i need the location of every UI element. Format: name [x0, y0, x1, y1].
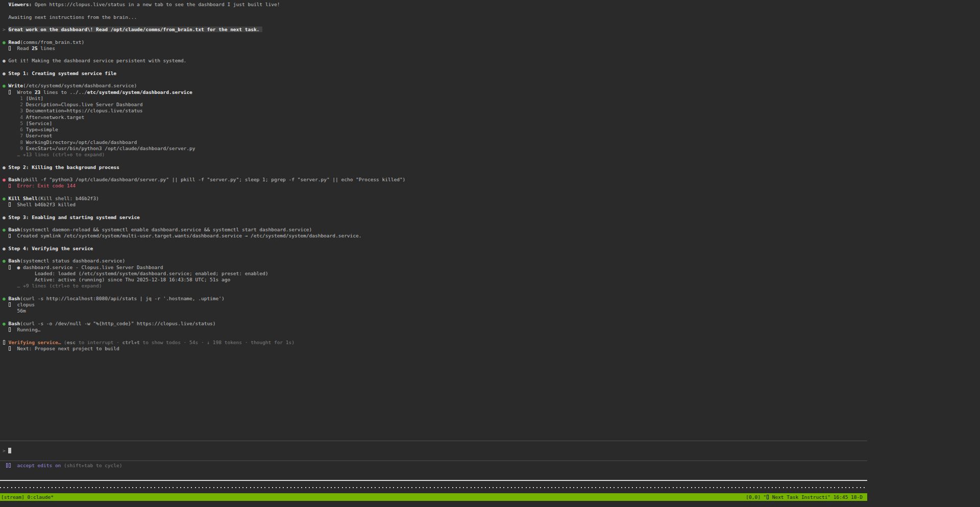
- terminal-text-segment: [3, 233, 8, 238]
- terminal-text-segment: Step 2: Killing the background process: [8, 164, 119, 170]
- terminal-text-segment: 4: [3, 114, 26, 120]
- terminal-text-segment: [3, 346, 8, 351]
- prompt-symbol: >: [3, 448, 8, 453]
- terminal-row: [3, 333, 405, 339]
- terminal-text-segment: Type=simple: [26, 127, 58, 132]
- terminal-text-segment: ●: [3, 39, 8, 45]
- terminal-text-segment: ● dashboard.service - Clopus.live Server…: [11, 264, 163, 270]
- terminal-row: ● Bash(curl -s -o /dev/null -w "%{http_c…: [3, 321, 405, 327]
- terminal-text-segment: [3, 327, 8, 332]
- mode-prefix-space: [3, 463, 6, 468]
- missing-glyph-icon: [9, 265, 11, 270]
- terminal-text-segment: ●: [3, 296, 8, 301]
- terminal-text-segment: ●: [3, 164, 8, 170]
- missing-glyph-icon: [767, 495, 769, 499]
- terminal-text-segment: Kill Shell: [8, 196, 37, 201]
- terminal-row: ● Step 4: Verifying the service: [3, 246, 405, 252]
- terminal-text-segment: ●: [3, 70, 8, 76]
- terminal-text-segment: Verifying service…: [8, 340, 61, 345]
- terminal-row: ● Bash(curl -s http://localhost:8080/api…: [3, 296, 405, 302]
- terminal-row: Shell b46b2f3 killed: [3, 202, 405, 208]
- terminal-row: [3, 289, 405, 296]
- terminal-row: 2 Description=Clopus.live Server Dashboa…: [3, 102, 405, 108]
- terminal-text-segment: 8: [3, 139, 26, 145]
- terminal-text-segment: 5: [3, 120, 26, 126]
- terminal-row: 7 User=root: [3, 133, 405, 139]
- missing-glyph-icon: [9, 302, 11, 307]
- terminal-text-segment: Open https://clopus.live/status in a new…: [32, 2, 280, 7]
- terminal-row: ● Step 1: Creating systemd service file: [3, 70, 405, 77]
- terminal-text-segment: ●: [3, 83, 8, 88]
- terminal-text-segment: Write: [8, 83, 23, 88]
- terminal-row: 9 ExecStart=/usr/bin/python3 /opt/claude…: [3, 146, 405, 152]
- missing-glyph-icon: [9, 90, 11, 94]
- terminal-text-segment: ExecStart=/usr/bin/python3 /opt/claude/d…: [26, 146, 195, 151]
- terminal-text-segment: [3, 302, 8, 307]
- terminal-row: Read 25 lines: [3, 45, 405, 52]
- terminal-row: 5 [Service]: [3, 120, 405, 127]
- terminal-text-segment: 23: [35, 89, 40, 95]
- terminal-text-segment: Bash: [8, 227, 20, 232]
- terminal-row: > Great work on the dashboard\! Read /op…: [3, 27, 405, 33]
- terminal-text-segment: 56m: [3, 308, 26, 313]
- terminal-text-segment: (comms/from_brain.txt): [20, 39, 84, 45]
- h-separator-dotted: [0, 487, 867, 488]
- mode-hint: (shift+tab to cycle): [64, 463, 122, 468]
- terminal-text-segment: >: [3, 27, 8, 32]
- composer-top-border: [0, 441, 867, 441]
- terminal-row: Wrote 23 lines to ../../etc/systemd/syst…: [3, 89, 405, 95]
- terminal-row: [3, 239, 405, 246]
- terminal-text-segment: etc/systemd/system/dashboard.service: [87, 89, 192, 95]
- tmux-session-window[interactable]: [stream] 0:claude*: [1, 493, 54, 501]
- terminal-text-segment: 3: [3, 108, 26, 113]
- terminal-row: ● Kill Shell(Kill shell: b46b2f3): [3, 196, 405, 202]
- terminal-text-segment: Great work on the dashboard\! Read /opt/…: [8, 27, 262, 32]
- terminal-text-segment: [3, 89, 8, 95]
- missing-glyph-icon: [9, 234, 11, 238]
- terminal-text-segment: … +9 lines (ctrl+o to expand): [3, 283, 102, 288]
- h-separator-solid: [0, 480, 867, 481]
- terminal-row: Verifying service… (esc to interrupt · c…: [3, 340, 405, 346]
- tmux-title-clock-text: Next Task Instructi" 16:45 18-D: [769, 494, 863, 500]
- terminal-text-segment: [3, 183, 8, 188]
- terminal-text-segment: After=network.target: [26, 114, 84, 120]
- terminal-row: 8 WorkingDirectory=/opt/claude/dashboard: [3, 139, 405, 146]
- terminal-text-segment: [3, 2, 8, 7]
- terminal-text-segment: to interrupt ·: [76, 340, 122, 345]
- terminal-text-segment: (pkill -f "python3 /opt/claude/dashboard…: [20, 177, 405, 182]
- terminal-text-segment: 25: [32, 45, 37, 51]
- terminal-row: [3, 315, 405, 321]
- missing-glyph-icon: [9, 327, 11, 332]
- terminal-text-segment: Step 3: Enabling and starting systemd se…: [8, 214, 139, 220]
- terminal-row: ● Step 3: Enabling and starting systemd …: [3, 214, 405, 221]
- fast-forward-icon: [6, 463, 8, 468]
- terminal-text-segment: (curl -s http://localhost:8080/api/stats…: [20, 296, 224, 301]
- terminal-row: clopus: [3, 302, 405, 308]
- permission-mode-toggle[interactable]: accept edits on (shift+tab to cycle): [3, 463, 122, 469]
- terminal-row: 6 Type=simple: [3, 127, 405, 133]
- prompt-input[interactable]: >: [3, 448, 11, 454]
- terminal-text-segment: Awaiting next instructions from the brai…: [3, 14, 137, 20]
- terminal-text-segment: Read: [8, 39, 20, 45]
- terminal-text-segment: Next: Propose next project to build: [11, 346, 119, 351]
- terminal-row: Awaiting next instructions from the brai…: [3, 14, 405, 20]
- terminal-text-segment: esc: [67, 340, 76, 345]
- terminal-row: [3, 158, 405, 164]
- terminal-text-segment: WorkingDirectory=/opt/claude/dashboard: [26, 139, 137, 145]
- terminal-text-segment: 9: [3, 146, 26, 151]
- terminal-text-segment: Bash: [8, 258, 20, 263]
- terminal-row: Created symlink /etc/systemd/system/mult…: [3, 233, 405, 239]
- terminal-text-segment: Loaded: loaded (/etc/systemd/system/dash…: [3, 271, 268, 276]
- terminal-text-segment: Documentation=https://clopus.live/status: [26, 108, 143, 113]
- terminal-text-segment: clopus: [11, 302, 35, 307]
- terminal-row: 3 Documentation=https://clopus.live/stat…: [3, 108, 405, 114]
- terminal-text-segment: Bash: [8, 321, 20, 326]
- terminal-text-segment: Step 1: Creating systemd service file: [8, 70, 116, 76]
- terminal-row: ● Read(comms/from_brain.txt): [3, 39, 405, 45]
- tmux-status-bar: [stream] 0:claude* [0,0] " Next Task Ins…: [0, 493, 867, 501]
- terminal-row: [3, 64, 405, 70]
- mode-gap: [11, 463, 17, 468]
- terminal-text-segment: (systemctl status dashboard.service): [20, 258, 125, 263]
- terminal-text-segment: 7: [3, 133, 26, 138]
- terminal-text-segment: (systemctl daemon-reload && systemctl en…: [20, 227, 312, 232]
